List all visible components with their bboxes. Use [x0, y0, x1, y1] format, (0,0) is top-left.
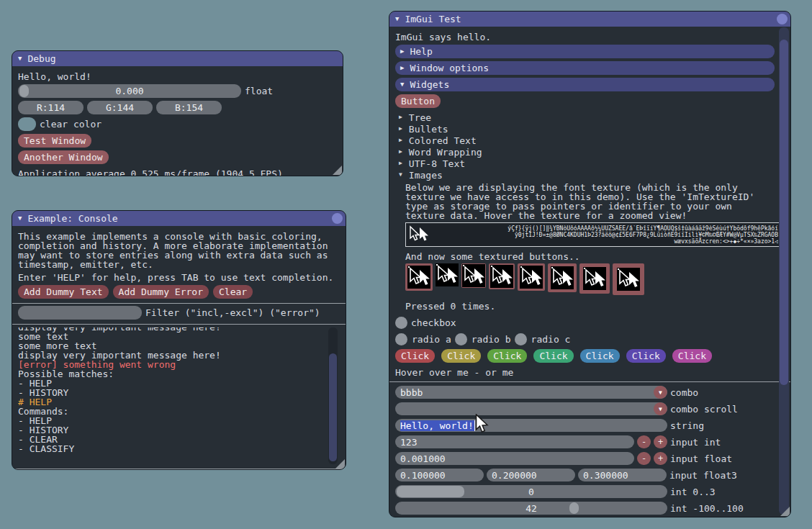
- checkbox-label: checkbox: [411, 317, 456, 328]
- slider-grab[interactable]: [19, 85, 29, 97]
- tree-node[interactable]: ▼ Images: [395, 169, 775, 181]
- cursor-texture-icon: [490, 265, 513, 288]
- tree-node-label: UTF-8 Text: [409, 158, 465, 169]
- clear-color-swatch[interactable]: [18, 117, 36, 131]
- slider-int-100[interactable]: 42: [395, 502, 667, 515]
- image-button[interactable]: [518, 263, 545, 291]
- resize-grip[interactable]: [335, 459, 345, 469]
- checkbox[interactable]: [395, 317, 407, 329]
- cursor-texture-icon: [436, 263, 459, 286]
- window-scrollbar[interactable]: [779, 27, 789, 515]
- tree-arrow-icon[interactable]: ▶: [399, 137, 402, 143]
- image-button[interactable]: [548, 263, 577, 292]
- click-button[interactable]: Click: [441, 349, 481, 363]
- tree-node[interactable]: ▶ UTF-8 Text: [395, 158, 775, 169]
- collapsing-header[interactable]: ▶ Help: [395, 45, 775, 58]
- resize-grip[interactable]: [780, 507, 790, 516]
- tree-node[interactable]: ▶ Colored Text: [395, 135, 775, 146]
- color-drag-field[interactable]: B:154: [156, 101, 222, 114]
- increment-button[interactable]: +: [654, 435, 667, 448]
- close-button[interactable]: [332, 213, 343, 224]
- slider-int-0-3[interactable]: 0: [395, 485, 667, 498]
- tree-arrow-icon[interactable]: ▶: [399, 149, 402, 155]
- collapsing-header[interactable]: ▼ Widgets: [395, 78, 775, 91]
- clear-button[interactable]: Clear: [213, 285, 253, 299]
- log-scrollbar[interactable]: [328, 327, 338, 464]
- test-window-button[interactable]: Test Window: [18, 134, 91, 148]
- input-float3-field[interactable]: 0.100000: [395, 469, 484, 481]
- tree-node[interactable]: ▶ Bullets: [395, 123, 775, 135]
- image-button[interactable]: [489, 263, 515, 289]
- slider-grab[interactable]: [569, 502, 579, 514]
- slider-grab[interactable]: [397, 486, 464, 497]
- color-drag-field[interactable]: G:144: [87, 101, 153, 114]
- collapse-arrow-icon[interactable]: ▼: [18, 215, 22, 222]
- input-float3-field[interactable]: 0.200000: [487, 469, 575, 481]
- tree-arrow-icon[interactable]: ▶: [399, 114, 402, 120]
- console-log-region[interactable]: display very important message here! som…: [18, 327, 340, 464]
- increment-button[interactable]: +: [654, 452, 667, 465]
- radio-button[interactable]: radio c: [515, 333, 571, 345]
- click-button[interactable]: Click: [533, 349, 573, 363]
- input-int-field[interactable]: 123: [395, 435, 634, 448]
- tree-list: ▶ Tree ▶ Bullets ▶ Colored Text ▶ Word W…: [395, 112, 775, 181]
- float-slider[interactable]: 0.000: [18, 84, 241, 98]
- debug-window: ▼ Debug Hello, world! 0.000 float R:114 …: [12, 50, 343, 176]
- click-button[interactable]: Click: [487, 349, 527, 363]
- imgui-titlebar[interactable]: ▼ ImGui Test: [389, 12, 790, 27]
- header-arrow-icon: ▶: [400, 65, 404, 71]
- decrement-button[interactable]: -: [637, 452, 651, 465]
- radio-button[interactable]: radio b: [455, 333, 511, 345]
- combo-arrow-button[interactable]: ▼: [654, 402, 667, 415]
- input-float-field[interactable]: 0.001000: [395, 452, 634, 465]
- input-int-label: input int: [670, 437, 721, 448]
- decrement-button[interactable]: -: [637, 435, 651, 448]
- radio-circle-icon[interactable]: [395, 333, 407, 345]
- add-dummy-error-button[interactable]: Add Dummy Error: [113, 285, 209, 299]
- add-dummy-text-button[interactable]: Add Dummy Text: [18, 285, 109, 299]
- desktop: { "icons": { "open": "▼", "closed": "▶",…: [0, 0, 812, 529]
- collapsing-header[interactable]: ▶ Window options: [395, 61, 775, 75]
- fps-stats-text: Application average 0.525 ms/frame (1904…: [18, 169, 337, 176]
- button-widget[interactable]: Button: [395, 94, 441, 108]
- radio-circle-icon[interactable]: [515, 333, 527, 345]
- console-titlebar[interactable]: ▼ Example: Console: [12, 211, 346, 226]
- tree-arrow-icon[interactable]: ▶: [399, 126, 402, 132]
- combo-scroll-box[interactable]: ▼: [395, 402, 667, 415]
- combo-arrow-button[interactable]: ▼: [654, 386, 667, 399]
- close-button[interactable]: [777, 14, 788, 24]
- rgb-drag-row: R:114 G:144 B:154: [18, 101, 337, 114]
- combo-scroll-label: combo scroll: [670, 404, 738, 415]
- pressed-count-text: Pressed 0 times.: [405, 302, 775, 311]
- image-button[interactable]: [579, 263, 610, 294]
- collapse-arrow-icon[interactable]: ▼: [18, 55, 22, 62]
- another-window-button[interactable]: Another Window: [18, 150, 109, 164]
- window-scrollbar-thumb[interactable]: [780, 40, 788, 385]
- radio-button[interactable]: radio a: [395, 333, 451, 345]
- click-button[interactable]: Click: [626, 349, 666, 363]
- console-intro-text: This example implements a console with b…: [18, 232, 340, 269]
- color-drag-field[interactable]: R:114: [18, 101, 84, 114]
- image-button[interactable]: [405, 263, 433, 291]
- input-float3-value: 0.100000: [400, 470, 446, 481]
- filter-input[interactable]: [18, 306, 142, 320]
- input-float3-field[interactable]: 0.300000: [578, 469, 667, 481]
- click-button[interactable]: Click: [580, 349, 620, 363]
- log-scrollbar-thumb[interactable]: [329, 353, 337, 461]
- collapse-arrow-icon[interactable]: ▼: [395, 16, 399, 22]
- tree-arrow-icon[interactable]: ▼: [399, 172, 402, 178]
- tree-arrow-icon[interactable]: ▶: [399, 160, 402, 166]
- image-button[interactable]: [613, 263, 644, 295]
- radio-circle-icon[interactable]: [455, 333, 467, 345]
- font-texture-image[interactable]: ýÇf}{ÿj()[]‖¾ÝBÑòÙôóÂÃÀÅô½¼ÙÚŽŠÅÉÊ/å‵ÈÞî…: [405, 222, 781, 247]
- debug-titlebar[interactable]: ▼ Debug: [12, 51, 343, 66]
- image-button[interactable]: [461, 263, 486, 288]
- string-input[interactable]: Hello, world!: [395, 419, 667, 432]
- tree-node[interactable]: ▶ Tree: [395, 112, 775, 123]
- click-button[interactable]: Click: [672, 349, 712, 363]
- combo-box[interactable]: bbbb ▼: [395, 386, 667, 399]
- resize-grip[interactable]: [333, 166, 342, 175]
- image-button[interactable]: [436, 263, 459, 286]
- tree-node[interactable]: ▶ Word Wrapping: [395, 146, 775, 158]
- click-button[interactable]: Click: [395, 349, 435, 363]
